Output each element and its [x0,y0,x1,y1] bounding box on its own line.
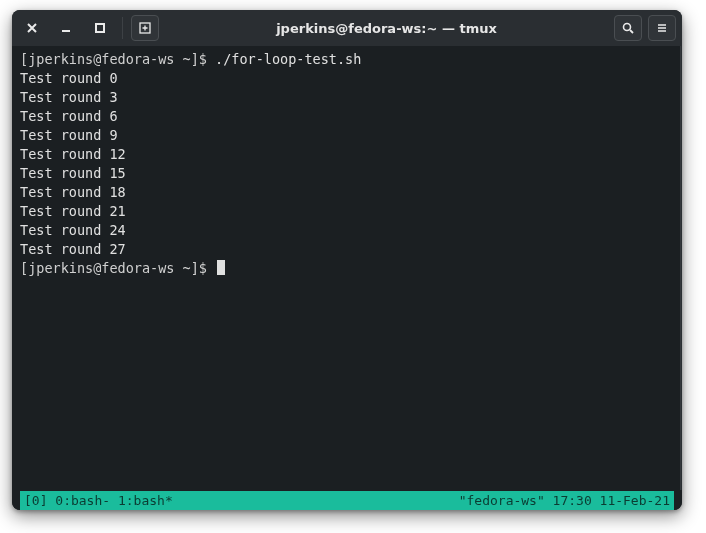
minimize-icon [59,21,73,35]
search-button[interactable] [614,15,642,41]
hamburger-icon [655,21,669,35]
status-right: "fedora-ws" 17:30 11-Feb-21 [459,491,670,510]
prompt-line-idle: [jperkins@fedora-ws ~]$ [20,259,674,278]
status-left: [0] 0:bash- 1:bash* [24,491,459,510]
output-line: Test round 18 [20,183,674,202]
close-button[interactable] [18,15,46,41]
output-lines: Test round 0Test round 3Test round 6Test… [20,69,674,259]
output-line: Test round 12 [20,145,674,164]
svg-point-2 [624,24,631,31]
maximize-button[interactable] [86,15,114,41]
output-line: Test round 0 [20,69,674,88]
output-line: Test round 3 [20,88,674,107]
svg-rect-0 [96,24,104,32]
prompt-line: [jperkins@fedora-ws ~]$ ./for-loop-test.… [20,50,674,69]
titlebar: jperkins@fedora-ws:~ — tmux [12,10,682,46]
terminal-body: [jperkins@fedora-ws ~]$ ./for-loop-test.… [20,50,674,491]
new-tab-button[interactable] [131,15,159,41]
tmux-statusbar: [0] 0:bash- 1:bash* "fedora-ws" 17:30 11… [20,491,674,510]
new-tab-icon [138,21,152,35]
close-icon [25,21,39,35]
terminal-window: jperkins@fedora-ws:~ — tmux [jperkins@fe… [12,10,682,510]
shell-prompt: [jperkins@fedora-ws ~]$ [20,260,207,276]
output-line: Test round 24 [20,221,674,240]
cursor [217,260,225,275]
shell-prompt: [jperkins@fedora-ws ~]$ [20,51,207,67]
separator [122,17,123,39]
minimize-button[interactable] [52,15,80,41]
scrollbar[interactable] [680,46,682,490]
output-line: Test round 6 [20,107,674,126]
window-title: jperkins@fedora-ws:~ — tmux [165,21,608,36]
output-line: Test round 21 [20,202,674,221]
maximize-icon [93,21,107,35]
command-text: ./for-loop-test.sh [215,51,361,67]
output-line: Test round 27 [20,240,674,259]
search-icon [621,21,635,35]
menu-button[interactable] [648,15,676,41]
output-line: Test round 9 [20,126,674,145]
output-line: Test round 15 [20,164,674,183]
terminal-area[interactable]: [jperkins@fedora-ws ~]$ ./for-loop-test.… [12,46,682,510]
